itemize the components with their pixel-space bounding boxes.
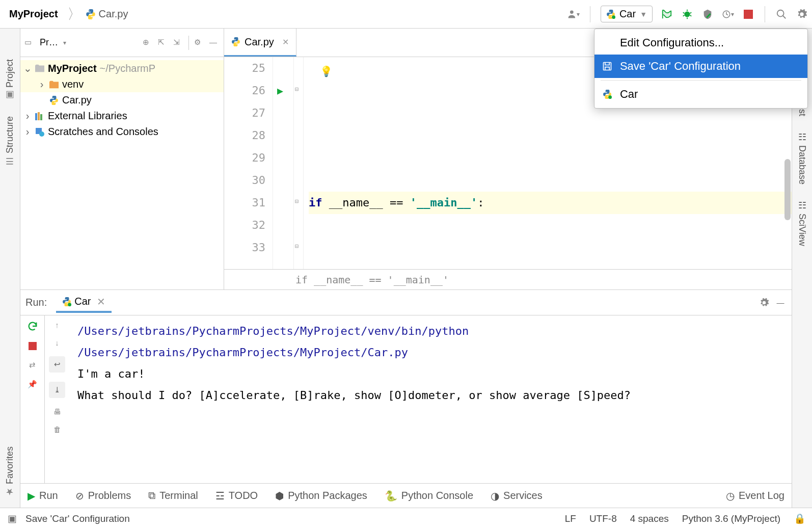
tool-windows-icon[interactable]: ▣ bbox=[6, 513, 18, 525]
tree-node-venv[interactable]: › venv bbox=[20, 76, 224, 92]
scroll-end-icon[interactable]: ⤓ bbox=[49, 382, 65, 398]
tool-sciview-tab[interactable]: ☷SciView bbox=[797, 200, 808, 246]
scratch-icon bbox=[35, 127, 45, 137]
svg-rect-6 bbox=[744, 10, 753, 19]
tree-root[interactable]: ⌄ MyProject ~/PycharmP bbox=[20, 60, 224, 76]
run-icon[interactable] bbox=[661, 8, 673, 20]
tool-structure-tab[interactable]: ☰Structure bbox=[5, 116, 15, 167]
run-config-dropdown: Edit Configurations... Save 'Car' Config… bbox=[594, 29, 808, 109]
gutter[interactable]: 25 26 27 28 29 30 31 32 33 bbox=[224, 57, 273, 269]
tree-scratches[interactable]: › Scratches and Consoles bbox=[20, 124, 224, 140]
tool-favorites-tab[interactable]: ★Favorites bbox=[5, 446, 15, 497]
svg-point-3 bbox=[608, 95, 612, 99]
view-mode-icon[interactable]: ▭ bbox=[24, 38, 35, 48]
expand-all-icon[interactable]: ⇱ bbox=[158, 38, 168, 48]
status-bar: ▣ Save 'Car' Configuration LF UTF-8 4 sp… bbox=[0, 508, 812, 529]
svg-rect-14 bbox=[29, 342, 37, 350]
softwrap-icon[interactable]: ↩ bbox=[49, 356, 65, 373]
bottom-todo[interactable]: ☲TODO bbox=[215, 490, 258, 502]
run-config-selector[interactable]: Car ▼ Edit Configurations... Save 'Car' … bbox=[601, 6, 653, 22]
database-icon: ☷ bbox=[797, 131, 808, 142]
bottom-tool-bar: ▶Run ⊘Problems ⧉Terminal ☲TODO ⬢Python P… bbox=[20, 483, 792, 508]
status-interpreter[interactable]: Python 3.6 (MyProject) bbox=[682, 513, 780, 524]
collapse-all-icon[interactable]: ⇲ bbox=[173, 38, 183, 48]
print-icon[interactable]: 🖶 bbox=[53, 407, 61, 416]
svg-point-4 bbox=[685, 11, 690, 17]
breadcrumb-project[interactable]: MyProject bbox=[4, 7, 63, 21]
gear-icon[interactable] bbox=[796, 8, 808, 20]
breadcrumb-separator: 〉 bbox=[67, 5, 82, 24]
bottom-py-packages[interactable]: ⬢Python Packages bbox=[275, 490, 367, 502]
profile-icon[interactable]: ▾ bbox=[722, 8, 734, 20]
status-encoding[interactable]: UTF-8 bbox=[589, 513, 617, 524]
search-icon[interactable] bbox=[775, 8, 788, 20]
close-tab-icon[interactable]: ✕ bbox=[282, 37, 289, 47]
edit-configurations-item[interactable]: Edit Configurations... bbox=[594, 31, 807, 55]
bottom-run[interactable]: ▶Run bbox=[28, 490, 58, 502]
gear-icon[interactable] bbox=[758, 297, 770, 309]
bottom-terminal[interactable]: ⧉Terminal bbox=[148, 490, 198, 501]
chevron-down-icon[interactable]: ⌄ bbox=[23, 62, 32, 74]
console-output[interactable]: /Users/jetbrains/PycharmProjects/MyProje… bbox=[69, 315, 792, 483]
python-file-icon bbox=[49, 95, 59, 105]
svg-point-12 bbox=[39, 131, 44, 137]
lock-icon[interactable]: 🔒 bbox=[794, 513, 806, 525]
gear-icon[interactable]: ⚙ bbox=[194, 38, 204, 48]
tree-external-libs[interactable]: › External Libraries bbox=[20, 108, 224, 124]
coverage-icon[interactable] bbox=[701, 8, 714, 20]
hide-icon[interactable]: — bbox=[774, 297, 787, 309]
run-tab-car[interactable]: Car ✕ bbox=[56, 293, 112, 313]
tree-node-car[interactable]: Car.py bbox=[20, 92, 224, 108]
folder-icon: ▣ bbox=[5, 91, 15, 101]
user-icon[interactable]: ▾ bbox=[567, 8, 580, 20]
chevron-right-icon[interactable]: › bbox=[23, 110, 32, 122]
python-file-icon bbox=[231, 37, 240, 46]
down-icon[interactable]: ↓ bbox=[55, 338, 59, 347]
fold-start-icon[interactable]: ⊟ bbox=[295, 86, 299, 93]
up-icon[interactable]: ↑ bbox=[55, 321, 59, 329]
layout-icon[interactable]: ⇄ bbox=[29, 360, 36, 369]
fold-start-icon[interactable]: ⊟ bbox=[295, 198, 299, 205]
svg-rect-2 bbox=[603, 63, 611, 70]
status-line-ending[interactable]: LF bbox=[565, 513, 576, 524]
svg-point-13 bbox=[68, 303, 72, 306]
project-panel-title[interactable]: Pr… bbox=[40, 37, 58, 48]
tool-database-tab[interactable]: ☷Database bbox=[797, 131, 808, 184]
breadcrumb-file[interactable]: Car.py bbox=[86, 8, 128, 20]
editor-tab-car[interactable]: Car.py ✕ bbox=[224, 29, 296, 57]
sciview-icon: ☷ bbox=[797, 200, 808, 210]
bottom-event-log[interactable]: ◷Event Log bbox=[726, 490, 784, 502]
save-configuration-item[interactable]: Save 'Car' Configuration bbox=[594, 55, 807, 78]
play-icon: ▶ bbox=[28, 490, 35, 502]
stop-icon[interactable] bbox=[29, 342, 37, 350]
project-tree[interactable]: ⌄ MyProject ~/PycharmP › venv Car.py bbox=[20, 57, 224, 289]
run-gutter-icon[interactable]: ▶ bbox=[277, 85, 283, 97]
main-toolbar: MyProject 〉 Car.py ▾ Car ▼ Edit Configur… bbox=[0, 0, 812, 29]
bottom-py-console[interactable]: 🐍Python Console bbox=[385, 490, 473, 502]
structure-icon: ☰ bbox=[5, 156, 15, 167]
intention-bulb-icon[interactable]: 💡 bbox=[320, 60, 333, 83]
save-icon bbox=[602, 61, 613, 72]
fold-column[interactable]: ⊟ ⊟ ⊟ bbox=[293, 57, 304, 269]
chevron-right-icon[interactable]: › bbox=[23, 126, 32, 138]
breadcrumb: MyProject 〉 Car.py bbox=[4, 5, 128, 24]
bottom-problems[interactable]: ⊘Problems bbox=[75, 490, 131, 502]
left-tool-rail: ▣Project ☰Structure ★Favorites bbox=[0, 29, 20, 508]
tool-project-tab[interactable]: ▣Project bbox=[5, 59, 15, 101]
scrollbar-thumb[interactable] bbox=[784, 159, 791, 220]
stop-icon[interactable] bbox=[742, 8, 754, 20]
status-indent[interactable]: 4 spaces bbox=[630, 513, 669, 524]
trash-icon[interactable]: 🗑 bbox=[53, 425, 61, 434]
bottom-services[interactable]: ◑Services bbox=[491, 490, 543, 502]
editor-breadcrumb[interactable]: if __name__ == '__main__' bbox=[224, 269, 792, 289]
hide-icon[interactable]: — bbox=[209, 38, 220, 48]
run-config-item-car[interactable]: Car bbox=[594, 83, 807, 106]
close-icon[interactable]: ✕ bbox=[97, 296, 105, 308]
python-file-icon bbox=[606, 10, 615, 19]
chevron-right-icon[interactable]: › bbox=[38, 78, 46, 90]
rerun-icon[interactable] bbox=[27, 321, 38, 332]
fold-start-icon[interactable]: ⊟ bbox=[295, 243, 299, 250]
locate-icon[interactable]: ⊕ bbox=[143, 38, 153, 48]
debug-icon[interactable] bbox=[681, 8, 693, 20]
pin-icon[interactable]: 📌 bbox=[28, 380, 37, 389]
